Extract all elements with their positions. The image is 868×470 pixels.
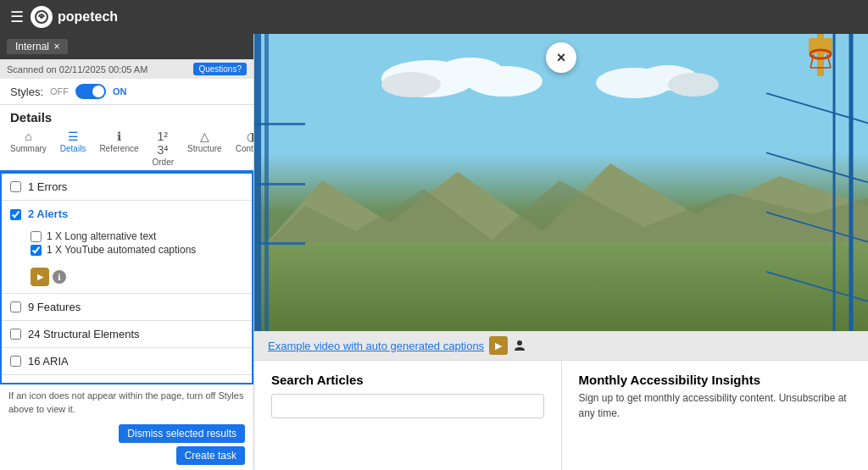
details-header: Details bbox=[0, 105, 253, 126]
tab-details-label: Details bbox=[60, 144, 86, 153]
summary-icon: ⌂ bbox=[25, 130, 31, 143]
tab-summary[interactable]: ⌂ Summary bbox=[3, 126, 53, 172]
alerts-label: 2 Alerts bbox=[28, 207, 68, 220]
sub-item-youtube: 1 X YouTube automated captions bbox=[31, 244, 196, 256]
tab-structure-label: Structure bbox=[187, 144, 222, 153]
result-item-alerts: 2 Alerts 1 X Long alternative text 1 X Y… bbox=[2, 201, 252, 294]
styles-label: Styles: bbox=[10, 86, 43, 98]
features-checkbox[interactable] bbox=[10, 301, 21, 312]
contrast-icon: ◑ bbox=[247, 130, 254, 143]
toggle-off-label: OFF bbox=[50, 86, 69, 97]
svg-point-8 bbox=[668, 73, 719, 97]
dismiss-button[interactable]: Dismiss selected results bbox=[119, 424, 245, 443]
video-icon: ▶ bbox=[489, 336, 508, 355]
features-label: 9 Features bbox=[28, 301, 81, 313]
aria-label: 16 ARIA bbox=[28, 355, 69, 368]
fence-wire-1 bbox=[254, 123, 305, 125]
info-icon: ℹ bbox=[53, 270, 66, 284]
details-icon: ☰ bbox=[68, 130, 79, 143]
alt-text-checkbox[interactable] bbox=[31, 231, 42, 242]
tab-contrast[interactable]: ◑ Contrast bbox=[229, 126, 254, 172]
panel-tabbar: Internal × bbox=[0, 34, 253, 59]
result-item-structural: 24 Structural Elements bbox=[2, 321, 252, 348]
tab-summary-label: Summary bbox=[10, 144, 47, 153]
svg-point-23 bbox=[517, 340, 522, 346]
create-task-button[interactable]: Create task bbox=[176, 446, 245, 465]
alerts-icons: ▶ ℹ bbox=[10, 268, 66, 286]
search-section: Search Articles bbox=[254, 361, 562, 470]
result-item-aria: 16 ARIA bbox=[2, 348, 252, 375]
structural-checkbox[interactable] bbox=[10, 329, 21, 340]
left-panel: Internal × Scanned on 02/11/2025 00:05 A… bbox=[0, 34, 254, 470]
video-link-bar: Example video with auto generated captio… bbox=[254, 331, 868, 360]
logo: popetech bbox=[31, 6, 118, 28]
toggle-on-label: ON bbox=[113, 86, 127, 97]
questions-button[interactable]: Questions? bbox=[193, 63, 247, 75]
reference-icon: ℹ bbox=[117, 130, 121, 143]
insights-section: Monthly Accessibility Insights Sign up t… bbox=[562, 361, 869, 470]
right-panel: × Example video with auto generated capt… bbox=[254, 34, 868, 470]
scan-info-bar: Scanned on 02/11/2025 00:05 AM Questions… bbox=[0, 59, 253, 79]
fence-diagonal-svg bbox=[766, 34, 868, 331]
fence-wire-2 bbox=[254, 183, 305, 185]
logo-text: popetech bbox=[58, 9, 118, 25]
svg-point-1 bbox=[40, 15, 43, 19]
clouds-svg bbox=[377, 49, 547, 100]
styles-row: Styles: OFF ON bbox=[0, 79, 253, 105]
youtube-checkbox[interactable] bbox=[31, 245, 42, 256]
tab-contrast-label: Contrast bbox=[236, 144, 254, 153]
clouds2-svg bbox=[592, 58, 719, 100]
fence-wire-3 bbox=[254, 242, 305, 245]
bottom-content: Search Articles Monthly Accessibility In… bbox=[254, 360, 868, 470]
alt-text-label: 1 X Long alternative text bbox=[47, 230, 156, 242]
youtube-icon: ▶ bbox=[31, 268, 49, 286]
scene-background bbox=[254, 34, 868, 331]
search-title: Search Articles bbox=[271, 373, 544, 387]
insights-title: Monthly Accessibility Insights bbox=[579, 373, 852, 387]
panel-tab-internal[interactable]: Internal × bbox=[7, 39, 68, 54]
alerts-header: 2 Alerts bbox=[10, 207, 243, 220]
tab-order[interactable]: 1²3⁴ Order bbox=[146, 126, 181, 172]
sub-item-alt-text: 1 X Long alternative text bbox=[31, 230, 196, 242]
video-link[interactable]: Example video with auto generated captio… bbox=[268, 340, 484, 352]
logo-icon bbox=[31, 6, 53, 28]
alerts-checkbox[interactable] bbox=[10, 209, 21, 220]
topbar: ☰ popetech bbox=[0, 0, 868, 34]
scan-date: Scanned on 02/11/2025 00:05 AM bbox=[7, 64, 147, 75]
svg-point-4 bbox=[466, 66, 542, 97]
youtube-label: 1 X YouTube automated captions bbox=[47, 244, 196, 256]
tab-reference[interactable]: ℹ Reference bbox=[92, 126, 145, 172]
aria-checkbox[interactable] bbox=[10, 356, 21, 367]
tab-structure[interactable]: △ Structure bbox=[181, 126, 229, 172]
result-item-features: 9 Features bbox=[2, 294, 252, 321]
tab-reference-label: Reference bbox=[99, 144, 138, 153]
svg-point-5 bbox=[381, 72, 441, 97]
panel-tab-close[interactable]: × bbox=[53, 41, 59, 53]
close-button[interactable]: × bbox=[546, 42, 576, 73]
alerts-subitems: 1 X Long alternative text 1 X YouTube au… bbox=[10, 230, 196, 257]
panel-tab-label: Internal bbox=[15, 41, 49, 53]
errors-checkbox[interactable] bbox=[10, 181, 21, 192]
structural-label: 24 Structural Elements bbox=[28, 328, 140, 340]
results-list: 1 Errors 2 Alerts 1 X Long alternative t… bbox=[0, 172, 253, 384]
person-icon bbox=[513, 339, 526, 352]
result-item-errors: 1 Errors bbox=[2, 174, 252, 201]
action-buttons: Dismiss selected results Create task bbox=[0, 421, 253, 470]
panel-note: If an icon does not appear within the pa… bbox=[0, 384, 253, 421]
structure-icon: △ bbox=[200, 130, 209, 143]
tab-order-label: Order bbox=[153, 158, 175, 167]
order-icon: 1²3⁴ bbox=[157, 130, 169, 157]
menu-icon[interactable]: ☰ bbox=[10, 8, 24, 26]
styles-toggle[interactable] bbox=[75, 84, 106, 99]
main-layout: Internal × Scanned on 02/11/2025 00:05 A… bbox=[0, 34, 868, 470]
tab-details[interactable]: ☰ Details bbox=[53, 126, 93, 172]
errors-label: 1 Errors bbox=[28, 180, 67, 193]
image-area: × bbox=[254, 34, 868, 331]
search-input[interactable] bbox=[271, 394, 544, 418]
details-nav-tabs: ⌂ Summary ☰ Details ℹ Reference 1²3⁴ Ord… bbox=[0, 126, 253, 172]
insights-text: Sign up to get monthly accessibility con… bbox=[579, 390, 852, 421]
